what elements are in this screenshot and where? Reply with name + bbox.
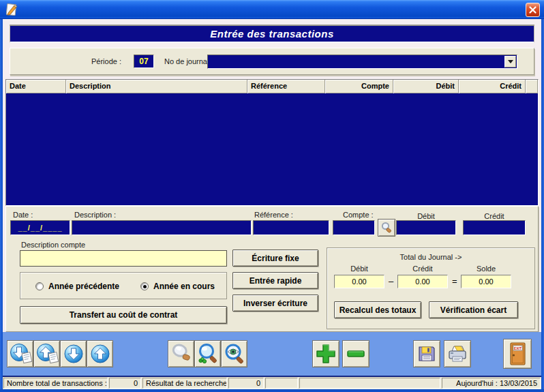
status-empty-segment	[265, 378, 298, 389]
col-header-debit[interactable]: Débit	[393, 80, 459, 93]
entry-panel: Date : Description : Référence : Compte …	[5, 206, 539, 332]
description-compte-input[interactable]	[20, 250, 227, 267]
journal-label: No de journal:	[164, 57, 211, 65]
close-icon	[529, 6, 537, 14]
status-today: Aujourd'hui : 13/03/2015	[442, 378, 541, 389]
transactions-table-body[interactable]	[6, 93, 538, 205]
status-bar: Nombre total de transactions : 0 Résulta…	[3, 377, 541, 389]
transactions-table: Date Description Référence Compte Débit …	[5, 79, 539, 206]
totals-solde-label: Solde	[461, 265, 511, 273]
entry-compte-label: Compte :	[343, 211, 374, 219]
entry-date-label: Date :	[13, 211, 33, 219]
exit-door-icon: EXIT	[505, 341, 530, 367]
nav-next-button[interactable]	[60, 340, 87, 367]
search-view-button[interactable]	[221, 340, 247, 367]
close-button[interactable]	[526, 3, 540, 17]
window-border-right	[541, 19, 544, 392]
title-bar	[0, 0, 544, 19]
col-header-filler	[526, 80, 538, 93]
radio-previous-year-label: Année précédente	[48, 282, 119, 291]
app-window: Entrée des transactions Période : 07 No …	[0, 0, 544, 392]
period-field[interactable]: 07	[134, 55, 154, 68]
radio-icon-previous-year[interactable]	[35, 282, 44, 290]
journal-bar: Période : 07 No de journal:	[10, 48, 534, 75]
totals-credit-label: Crédit	[397, 265, 448, 273]
totals-solde-value: 0.00	[461, 275, 511, 288]
totals-debit-label: Débit	[334, 265, 384, 273]
journal-dropdown-button[interactable]	[504, 56, 516, 67]
reference-input[interactable]	[253, 220, 329, 235]
col-header-reference[interactable]: Référence	[247, 80, 325, 93]
totals-group: Total du Journal -> Débit Crédit Solde 0…	[327, 247, 535, 329]
radio-previous-year[interactable]: Année précédente	[35, 282, 119, 291]
nav-previous-button[interactable]	[87, 340, 113, 367]
minus-operator: –	[389, 276, 393, 286]
entree-rapide-button[interactable]: Entrée rapide	[232, 272, 318, 289]
transactions-table-header: Date Description Référence Compte Débit …	[6, 80, 538, 93]
delete-transaction-button[interactable]	[342, 340, 369, 367]
recalcul-totaux-button[interactable]: Recalcul des totaux	[334, 301, 421, 318]
credit-input[interactable]	[463, 220, 526, 235]
journal-select-value	[208, 55, 504, 68]
equals-operator: =	[452, 276, 457, 286]
window-border-bottom	[0, 389, 544, 392]
inverser-ecriture-button[interactable]: Inverser écriture	[232, 295, 318, 312]
note-pencil-icon	[4, 2, 19, 17]
minus-icon	[345, 343, 367, 365]
radio-current-year[interactable]: Année en cours	[140, 282, 215, 291]
radio-icon-current-year[interactable]	[140, 282, 149, 290]
status-spacer-segment	[299, 378, 440, 389]
search-button[interactable]	[168, 340, 194, 367]
totals-credit-value: 0.00	[397, 275, 448, 288]
status-transactions-label: Nombre total de transactions :	[3, 378, 108, 389]
entry-debit-label: Débit	[396, 212, 456, 220]
magnifier-tilted-icon	[170, 342, 193, 365]
col-header-description[interactable]: Description	[66, 80, 247, 93]
status-search-value: 0	[228, 378, 264, 389]
floppy-disk-icon	[416, 343, 438, 365]
status-search-label: Résultat de la recherche :	[142, 378, 227, 389]
verification-ecart-button[interactable]: Vérification écart	[429, 301, 518, 318]
arrow-down-document-icon	[9, 342, 32, 365]
debit-input[interactable]	[396, 220, 456, 235]
search-detail-button[interactable]	[194, 340, 221, 367]
description-compte-label: Description compte	[21, 241, 85, 249]
entry-credit-label: Crédit	[463, 212, 526, 220]
magnifier-icon	[380, 222, 393, 234]
col-header-credit[interactable]: Crédit	[459, 80, 526, 93]
col-header-compte[interactable]: Compte	[325, 80, 393, 93]
magnifier-search-icon	[196, 342, 220, 365]
totals-title: Total du Journal ->	[327, 253, 534, 261]
compte-lookup-button[interactable]	[378, 219, 395, 237]
radio-current-year-label: Année en cours	[153, 282, 215, 291]
status-transactions-value: 0	[109, 378, 141, 389]
chevron-down-icon	[508, 60, 513, 63]
exit-button[interactable]: EXIT	[503, 339, 532, 369]
col-header-date[interactable]: Date	[6, 80, 66, 93]
save-button[interactable]	[413, 340, 440, 367]
transfert-contrat-button[interactable]: Transfert au coût de contrat	[20, 306, 227, 324]
date-input[interactable]: __/__/____	[10, 220, 70, 235]
svg-text:EXIT: EXIT	[514, 346, 522, 350]
ecriture-fixe-button[interactable]: Écriture fixe	[232, 250, 318, 267]
entry-reference-label: Référence :	[254, 211, 293, 219]
page-title-banner: Entrée des transactions	[10, 25, 534, 43]
nav-last-with-doc-button[interactable]	[7, 340, 33, 367]
add-transaction-button[interactable]	[312, 340, 339, 367]
year-option-group: Année précédente Année en cours	[20, 272, 227, 299]
totals-debit-value: 0.00	[334, 275, 384, 288]
period-label: Période :	[91, 57, 121, 65]
printer-icon	[447, 343, 468, 365]
page-title: Entrée des transactions	[210, 28, 334, 40]
plus-icon	[315, 343, 337, 365]
print-button[interactable]	[444, 340, 471, 367]
arrow-up-icon	[89, 342, 112, 365]
description-input[interactable]	[72, 220, 252, 235]
journal-select[interactable]	[207, 55, 517, 69]
compte-input[interactable]	[333, 220, 375, 235]
magnifier-eye-icon	[223, 342, 246, 365]
entry-description-label: Description :	[74, 211, 116, 219]
arrow-up-document-icon	[35, 342, 59, 365]
nav-first-with-doc-button[interactable]	[33, 340, 60, 367]
arrow-down-icon	[62, 342, 85, 365]
